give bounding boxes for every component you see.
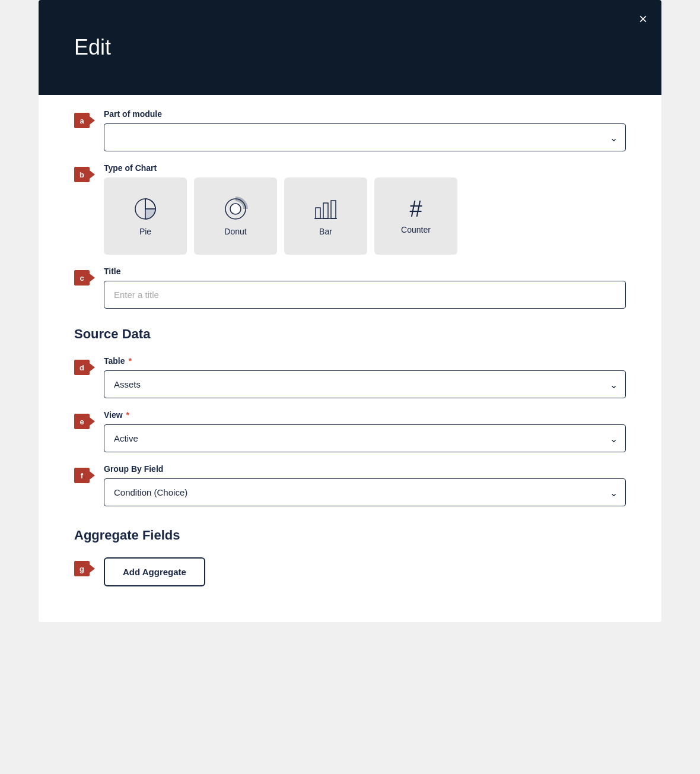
step-c-label: c (74, 270, 90, 286)
aggregate-fields-section: Aggregate Fields (74, 528, 626, 543)
step-b-indicator: b (74, 167, 98, 182)
view-required-mark: * (124, 410, 129, 420)
modal-body: a Part of module ⌄ b Type of Chart (39, 95, 661, 622)
group-by-label: Group By Field (104, 464, 626, 474)
table-label: Table * (104, 356, 626, 366)
svg-rect-5 (323, 203, 328, 218)
svg-rect-6 (331, 201, 336, 218)
part-of-module-label: Part of module (104, 109, 626, 119)
table-required-mark: * (126, 356, 132, 366)
view-select-wrapper: Active ⌄ (104, 424, 626, 452)
pie-chart-icon (132, 196, 158, 222)
table-select[interactable]: Assets (104, 370, 626, 398)
group-by-select[interactable]: Condition (Choice) (104, 478, 626, 506)
title-input[interactable] (104, 281, 626, 309)
step-a-label: a (74, 113, 90, 128)
close-button[interactable]: × (639, 12, 647, 26)
modal-title: Edit (74, 35, 111, 60)
table-select-wrapper: Assets ⌄ (104, 370, 626, 398)
type-of-chart-content: Type of Chart Pie (104, 163, 626, 255)
part-of-module-row: a Part of module ⌄ (74, 109, 626, 151)
step-d-label: d (74, 360, 90, 375)
bar-chart-icon (313, 196, 339, 222)
view-label: View * (104, 410, 626, 420)
donut-label: Donut (224, 227, 246, 236)
part-of-module-select[interactable] (104, 123, 626, 151)
view-select[interactable]: Active (104, 424, 626, 452)
chart-type-bar-button[interactable]: Bar (284, 177, 367, 255)
add-aggregate-row: g Add Aggregate (74, 557, 626, 586)
step-c-indicator: c (74, 270, 98, 286)
step-e-indicator: e (74, 414, 98, 429)
part-of-module-content: Part of module ⌄ (104, 109, 626, 151)
step-g-label: g (74, 561, 90, 576)
svg-point-3 (230, 204, 241, 214)
table-row: d Table * Assets ⌄ (74, 356, 626, 398)
type-of-chart-label: Type of Chart (104, 163, 626, 173)
title-content: Title (104, 267, 626, 309)
type-of-chart-row: b Type of Chart Pie (74, 163, 626, 255)
step-b-label: b (74, 167, 90, 182)
counter-hash-icon: # (409, 198, 422, 220)
group-by-content: Group By Field Condition (Choice) ⌄ (104, 464, 626, 506)
add-aggregate-content: Add Aggregate (104, 557, 626, 586)
step-f-label: f (74, 468, 90, 483)
modal-header: Edit × (39, 0, 661, 95)
step-e-label: e (74, 414, 90, 429)
source-data-section: Source Data (74, 326, 626, 342)
chart-type-donut-button[interactable]: Donut (194, 177, 277, 255)
table-content: Table * Assets ⌄ (104, 356, 626, 398)
donut-chart-icon (222, 196, 249, 222)
title-row: c Title (74, 267, 626, 309)
step-f-indicator: f (74, 468, 98, 483)
aggregate-fields-heading: Aggregate Fields (74, 528, 626, 543)
view-content: View * Active ⌄ (104, 410, 626, 452)
view-row: e View * Active ⌄ (74, 410, 626, 452)
group-by-row: f Group By Field Condition (Choice) ⌄ (74, 464, 626, 506)
source-data-heading: Source Data (74, 326, 626, 342)
chart-type-options: Pie Donut (104, 177, 626, 255)
bar-label: Bar (319, 227, 332, 236)
step-d-indicator: d (74, 360, 98, 375)
pie-label: Pie (139, 227, 151, 236)
chart-type-pie-button[interactable]: Pie (104, 177, 187, 255)
svg-rect-4 (316, 208, 320, 218)
title-label: Title (104, 267, 626, 276)
group-by-select-wrapper: Condition (Choice) ⌄ (104, 478, 626, 506)
add-aggregate-button[interactable]: Add Aggregate (104, 557, 205, 586)
chart-type-counter-button[interactable]: # Counter (374, 177, 457, 255)
step-a-indicator: a (74, 113, 98, 128)
part-of-module-wrapper: ⌄ (104, 123, 626, 151)
counter-label: Counter (401, 225, 431, 234)
step-g-indicator: g (74, 561, 98, 576)
edit-modal: Edit × a Part of module ⌄ b (39, 0, 661, 622)
